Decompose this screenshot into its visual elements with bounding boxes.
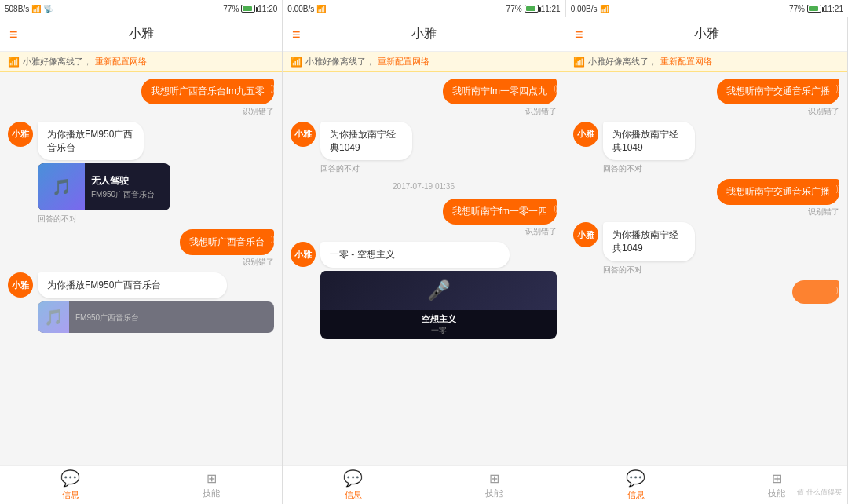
bot-row-1-2: 小雅 为你播放FM950广西音乐台 🎵 FM950广西音乐台 [8, 272, 274, 333]
msg-user-2-1: 我听南宁fm一零四点九 识别错了 [291, 79, 557, 117]
nav-msg-label-1: 信息 [62, 489, 79, 501]
nav-skill-label-3: 技能 [768, 488, 785, 499]
bubble-bot-3-2: 为你播放南宁经典1049 [603, 222, 695, 261]
chat-area-2[interactable]: 我听南宁fm一零四点九 识别错了 小雅 为你播放南宁经典1049 回答的不对 2… [283, 72, 565, 465]
bot-row-2-2: 小雅 一零 - 空想主义 🎤 空想主义 一零 [291, 242, 557, 339]
bubble-bot-1-2: 为你播放FM950广西音乐台 [38, 272, 227, 298]
msg-user-3-3 [573, 280, 839, 304]
wifi-icon-2: 📶 [316, 5, 326, 13]
status-panel-1: 508B/s 📶 📡 77% 11:20 [0, 0, 283, 17]
warning-text-2: 小雅好像离线了， [305, 56, 375, 68]
msg-user-3-2: 我想听南宁交通音乐广播 识别错了 [573, 179, 839, 217]
msg-user-3-1: 我想听南宁交通音乐广播 识别错了 [573, 79, 839, 117]
network-warning-2: 📶 小雅好像离线了， 重新配置网络 [283, 52, 565, 72]
music-titles-2-1: 空想主义 一零 [320, 310, 557, 339]
msg-user-1-2: 我想听广西音乐台 识别错了 [8, 229, 274, 268]
media-info-1-2: FM950广西音乐台 [69, 306, 274, 328]
nav-skill-2[interactable]: ⊞ 技能 [424, 471, 565, 499]
reconfigure-link-2[interactable]: 重新配置网络 [378, 56, 429, 68]
msg-status-1-1: 识别错了 [243, 106, 274, 117]
skill-icon-1: ⊞ [207, 471, 217, 486]
menu-icon-3[interactable]: ≡ [575, 27, 583, 42]
bubble-user-3-2: 我想听南宁交通音乐广播 [717, 179, 839, 205]
battery-pct-3: 77% [789, 5, 805, 13]
time-2: 11:21 [541, 5, 561, 13]
nav-msg-label-3: 信息 [627, 489, 645, 501]
nav-msg-label-2: 信息 [345, 489, 362, 501]
bubble-user-1-1: 我想听广西音乐台fm九五零 [141, 79, 274, 104]
avatar-1-1: 小雅 [8, 122, 33, 147]
music-card-2-1: 🎤 空想主义 一零 [320, 271, 557, 339]
menu-icon-1[interactable]: ≡ [9, 27, 18, 42]
msg-user-1-1: 我想听广西音乐台fm九五零 识别错了 [8, 79, 274, 117]
nav-msg-1[interactable]: 💬 信息 [0, 469, 141, 501]
nav-skill-label-2: 技能 [485, 488, 503, 499]
music-image-2-1: 🎤 [320, 271, 557, 310]
phone-panel-1: ≡ 小雅 📶 小雅好像离线了， 重新配置网络 我想听广西音乐台fm九五零 识别错… [0, 17, 283, 504]
media-title-1-1: 无人驾驶 [91, 174, 164, 188]
nav-msg-3[interactable]: 💬 信息 [565, 469, 707, 501]
music-figure-2-1: 🎤 [427, 279, 451, 301]
nav-skill-3[interactable]: ⊞ 技能 [707, 471, 848, 499]
chat-area-1[interactable]: 我想听广西音乐台fm九五零 识别错了 小雅 为你播放FM950广西音乐台 🎵 无… [0, 72, 282, 465]
menu-icon-2[interactable]: ≡ [292, 27, 301, 42]
header-title-1: 小雅 [129, 26, 154, 42]
bubble-user-2-2: 我想听南宁fm一零一四 [443, 199, 557, 225]
status-panel-3: 0.00B/s 📶 77% 11:21 [566, 0, 848, 17]
music-name-2-1: 空想主义 [327, 313, 550, 325]
avatar-3-2: 小雅 [573, 222, 598, 247]
battery-icon-2 [525, 5, 539, 13]
panels-container: ≡ 小雅 📶 小雅好像离线了， 重新配置网络 我想听广西音乐台fm九五零 识别错… [0, 17, 848, 504]
bot-status-3-2: 回答的不对 [603, 265, 642, 274]
nav-msg-2[interactable]: 💬 信息 [283, 469, 424, 501]
avatar-3-1: 小雅 [573, 122, 598, 147]
speed-2: 0.00B/s [287, 5, 314, 13]
msg-icon-1: 💬 [60, 469, 80, 488]
avatar-1-2: 小雅 [8, 272, 33, 298]
msg-status-1-2: 识别错了 [243, 257, 274, 268]
bubble-bot-2-1: 为你播放南宁经典1049 [320, 122, 412, 161]
panel-header-1: ≡ 小雅 [0, 17, 282, 52]
bot-status-3-1: 回答的不对 [603, 164, 642, 173]
msg-status-3-1: 识别错了 [808, 106, 839, 117]
wifi-icon-1: 📶 [31, 5, 41, 13]
signal-icon-1: 📡 [43, 5, 53, 13]
reconfigure-link-1[interactable]: 重新配置网络 [95, 56, 147, 68]
msg-status-2-1: 识别错了 [525, 106, 557, 117]
skill-icon-3: ⊞ [772, 471, 782, 486]
reconfigure-link-3[interactable]: 重新配置网络 [660, 56, 712, 68]
media-thumb-1-2: 🎵 [38, 301, 69, 333]
media-sub-1-1: FM950广西音乐台 [91, 189, 164, 200]
wifi-warning-icon-3: 📶 [573, 57, 585, 68]
panel-header-3: ≡ 小雅 [565, 17, 847, 52]
wifi-warning-icon-2: 📶 [291, 57, 302, 68]
battery-icon-1 [241, 5, 255, 13]
network-warning-3: 📶 小雅好像离线了， 重新配置网络 [565, 52, 847, 72]
bubble-user-1-2: 我想听广西音乐台 [180, 229, 274, 255]
msg-status-2-2: 识别错了 [525, 226, 557, 237]
msg-icon-3: 💬 [626, 469, 645, 488]
media-sub-1-2: FM950广西音乐台 [75, 312, 268, 323]
time-1: 11:20 [258, 5, 277, 13]
media-info-1-1: 无人驾驶 FM950广西音乐台 [85, 170, 170, 205]
bottom-nav-2: 💬 信息 ⊞ 技能 [283, 465, 565, 504]
media-card-1-1: 🎵 无人驾驶 FM950广西音乐台 [38, 163, 170, 210]
media-card-1-2: 🎵 FM950广西音乐台 [38, 301, 274, 333]
bottom-nav-3: 💬 信息 ⊞ 技能 [565, 465, 847, 504]
skill-icon-2: ⊞ [489, 471, 499, 486]
speed-3: 0.00B/s [571, 5, 598, 13]
phone-panel-2: ≡ 小雅 📶 小雅好像离线了， 重新配置网络 我听南宁fm一零四点九 识别错了 … [283, 17, 565, 504]
nav-skill-1[interactable]: ⊞ 技能 [141, 471, 283, 499]
header-title-2: 小雅 [411, 26, 437, 42]
bubble-user-3-1: 我想听南宁交通音乐广播 [717, 79, 839, 104]
media-thumb-1-1: 🎵 [38, 163, 85, 210]
wifi-warning-icon-1: 📶 [8, 57, 20, 68]
msg-user-2-2: 我想听南宁fm一零一四 识别错了 [291, 199, 557, 237]
header-title-3: 小雅 [694, 26, 719, 42]
chat-area-3[interactable]: 我想听南宁交通音乐广播 识别错了 小雅 为你播放南宁经典1049 回答的不对 我… [565, 72, 847, 465]
bot-status-2-1: 回答的不对 [320, 164, 360, 173]
music-artist-2-1: 一零 [327, 325, 550, 336]
bubble-bot-3-1: 为你播放南宁经典1049 [603, 122, 695, 161]
bubble-bot-1-1: 为你播放FM950广西音乐台 [38, 122, 144, 161]
bot-status-1-1: 回答的不对 [38, 214, 77, 223]
